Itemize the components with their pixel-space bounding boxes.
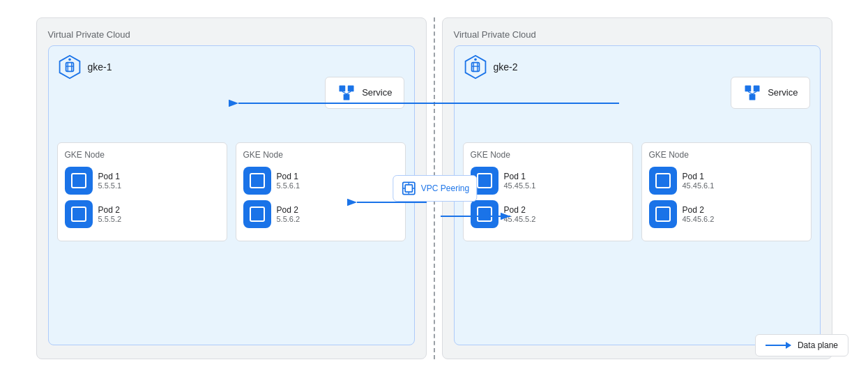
left-n2-pod1-name: Pod 1 (277, 172, 300, 181)
left-service-label: Service (362, 87, 392, 98)
right-gke-icon (463, 54, 488, 80)
right-n1-pod1-inner (477, 173, 492, 188)
left-n1-pod1-name: Pod 1 (98, 172, 122, 181)
left-n2-pod2-ip: 5.5.6.2 (277, 215, 300, 223)
svg-rect-23 (745, 85, 752, 91)
left-n2-pod2-inner (250, 206, 265, 222)
left-n1-pod1-inner (71, 173, 86, 188)
svg-point-5 (68, 58, 71, 61)
right-n2-pod2-ip: 45.45.6.2 (683, 215, 715, 223)
right-node-2: GKE Node Pod 1 45.45.6.1 (641, 142, 812, 241)
left-gke-icon (57, 54, 82, 80)
svg-rect-7 (348, 85, 354, 91)
right-vpc-box: Virtual Private Cloud gke-2 (442, 17, 832, 359)
right-n2-pod1-ip: 45.45.6.1 (683, 181, 715, 190)
right-node-1: GKE Node Pod 1 45.45.5.1 (463, 142, 633, 241)
left-vpc-label: Virtual Private Cloud (48, 29, 415, 40)
right-n2-pod2-name: Pod 2 (683, 205, 715, 215)
right-n2-pod1-inner (655, 173, 671, 188)
svg-rect-25 (749, 93, 756, 100)
right-cluster-header: gke-2 (463, 54, 812, 80)
left-n1-pod1-info: Pod 1 5.5.5.1 (98, 172, 122, 190)
right-n1-pod2-icon (471, 200, 498, 228)
left-node-1-pod-2: Pod 2 5.5.5.2 (65, 200, 220, 228)
left-n2-pod1-icon (243, 167, 271, 195)
left-n2-pod2-name: Pod 2 (277, 205, 300, 215)
right-service-box: Service (731, 77, 809, 109)
left-n1-pod1-icon (65, 167, 93, 195)
diagram-container: Virtual Private Cloud gke-1 (0, 0, 868, 376)
right-n1-pod1-name: Pod 1 (504, 172, 536, 181)
right-service-label: Service (768, 87, 798, 98)
left-node-1: GKE Node Pod 1 5.5.5.1 (57, 142, 227, 241)
left-cluster-header: gke-1 (57, 54, 406, 80)
left-service-icon (337, 83, 356, 103)
dashed-divider: VPC Peering (434, 17, 435, 359)
svg-line-27 (752, 91, 756, 94)
left-node-1-pod-1: Pod 1 5.5.5.1 (65, 167, 220, 195)
left-n1-pod2-info: Pod 2 5.5.5.2 (98, 205, 122, 223)
right-n2-pod2-inner (655, 206, 671, 222)
svg-line-10 (347, 91, 351, 94)
right-n1-pod2-info: Pod 2 45.45.5.2 (504, 205, 536, 223)
svg-rect-24 (754, 85, 760, 91)
svg-rect-6 (340, 85, 346, 91)
right-n2-pod1-icon (649, 167, 677, 195)
right-n1-pod2-ip: 45.45.5.2 (504, 215, 536, 223)
left-n1-pod2-ip: 5.5.5.2 (98, 215, 122, 223)
left-n2-pod2-info: Pod 2 5.5.6.2 (277, 205, 300, 223)
right-n1-pod2-inner (477, 206, 492, 222)
left-n2-pod2-icon (243, 200, 271, 228)
right-n2-pod2-info: Pod 2 45.45.6.2 (683, 205, 715, 223)
vpc-peering-box: VPC Peering (393, 175, 477, 202)
legend-box: Data plane (755, 334, 848, 356)
left-n2-pod1-inner (250, 173, 265, 188)
svg-line-26 (748, 91, 752, 94)
left-n1-pod2-inner (71, 206, 86, 222)
peering-label: VPC Peering (421, 183, 469, 193)
left-node-2: GKE Node Pod 1 5.5.6.1 (236, 142, 406, 241)
right-node-2-label: GKE Node (649, 150, 804, 160)
left-n2-pod1-ip: 5.5.6.1 (277, 181, 300, 190)
right-n1-pod2-name: Pod 2 (504, 205, 536, 215)
right-cluster-name: gke-2 (494, 61, 518, 73)
right-n2-pod1-info: Pod 1 45.45.6.1 (683, 172, 715, 190)
right-n2-pod1-name: Pod 1 (683, 172, 715, 181)
left-service-box: Service (325, 77, 404, 109)
legend-label: Data plane (798, 340, 838, 350)
right-n1-pod1-ip: 45.45.5.1 (504, 181, 536, 190)
right-node-2-pod-1: Pod 1 45.45.6.1 (649, 167, 804, 195)
svg-rect-12 (405, 184, 412, 191)
right-node-1-pod-2: Pod 2 45.45.5.2 (471, 200, 625, 228)
right-node-2-pod-2: Pod 2 45.45.6.2 (649, 200, 804, 228)
right-n2-pod2-icon (649, 200, 677, 228)
left-node-2-label: GKE Node (243, 150, 398, 160)
left-nodes-row: GKE Node Pod 1 5.5.5.1 (57, 142, 406, 241)
left-n2-pod1-info: Pod 1 5.5.6.1 (277, 172, 300, 190)
left-n1-pod2-name: Pod 2 (98, 205, 122, 215)
svg-point-22 (474, 58, 477, 61)
left-cluster-name: gke-1 (88, 61, 112, 73)
right-node-1-label: GKE Node (471, 150, 625, 160)
right-node-1-pod-1: Pod 1 45.45.5.1 (471, 167, 625, 195)
left-vpc-box: Virtual Private Cloud gke-1 (36, 17, 427, 359)
left-node-2-pod-1: Pod 1 5.5.6.1 (243, 167, 398, 195)
right-nodes-row: GKE Node Pod 1 45.45.5.1 (463, 142, 812, 241)
legend-line-icon (766, 345, 791, 346)
right-service-icon (743, 83, 762, 103)
left-cluster-box: gke-1 Service GKE Node (48, 45, 415, 345)
left-n1-pod1-ip: 5.5.5.1 (98, 181, 122, 190)
svg-rect-8 (344, 93, 350, 100)
svg-line-9 (342, 91, 347, 94)
right-cluster-box: gke-2 Service GKE Node (454, 45, 821, 345)
peering-icon (400, 180, 417, 197)
left-node-1-label: GKE Node (65, 150, 220, 160)
right-vpc-label: Virtual Private Cloud (454, 29, 821, 40)
right-n1-pod1-info: Pod 1 45.45.5.1 (504, 172, 536, 190)
left-node-2-pod-2: Pod 2 5.5.6.2 (243, 200, 398, 228)
left-n1-pod2-icon (65, 200, 93, 228)
